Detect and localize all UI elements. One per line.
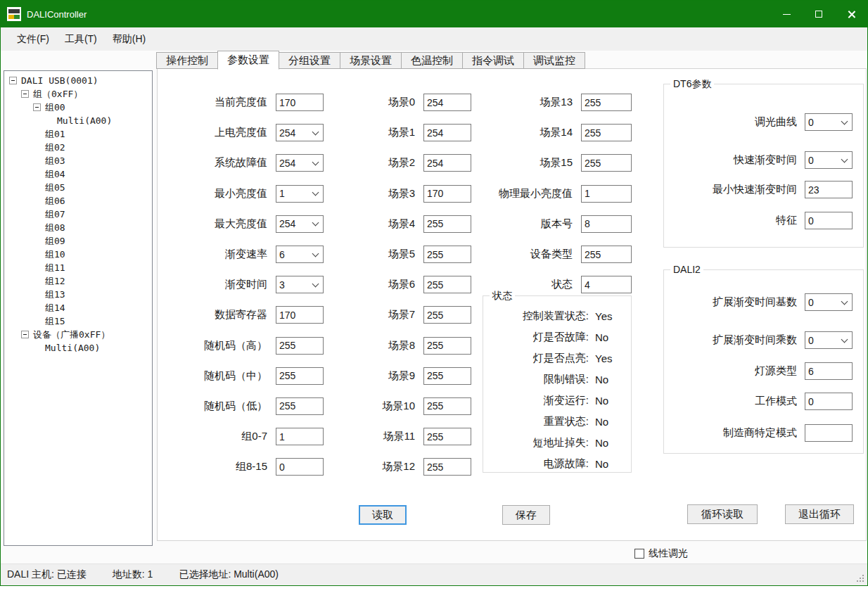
device-type-input[interactable] xyxy=(581,246,632,263)
param-label: 扩展渐变时间基数 xyxy=(713,295,797,309)
operating-mode-input[interactable] xyxy=(805,393,853,410)
group-8-15-input[interactable] xyxy=(276,458,324,476)
scene-input[interactable] xyxy=(581,154,632,172)
tree-item-group03[interactable]: 组03 xyxy=(4,154,152,167)
checkbox-icon[interactable] xyxy=(634,549,644,559)
save-button[interactable]: 保存 xyxy=(502,505,550,525)
tree-item-group06[interactable]: 组06 xyxy=(4,194,152,208)
exit-loop-button[interactable]: 退出循环 xyxy=(785,504,854,524)
dimming-curve-combo[interactable]: 0 xyxy=(805,113,853,131)
fade-rate-combo[interactable]: 6 xyxy=(276,246,324,263)
scene-input[interactable] xyxy=(423,94,471,111)
collapse-icon[interactable] xyxy=(9,77,17,84)
param-label: 调光曲线 xyxy=(755,115,797,129)
tree-item-group02[interactable]: 组02 xyxy=(4,141,152,154)
status-input[interactable] xyxy=(581,276,632,293)
tab-scene-settings[interactable]: 场景设置 xyxy=(340,52,402,69)
menu-help[interactable]: 帮助(H) xyxy=(105,29,153,50)
scene-input[interactable] xyxy=(423,367,471,385)
current-brightness-input[interactable] xyxy=(276,94,324,111)
scene-input[interactable] xyxy=(423,428,471,445)
param-column-1: 当前亮度值 上电亮度值254 系统故障值254 最小亮度值1 最大亮度值254 … xyxy=(165,87,324,482)
tree-item-group05[interactable]: 组05 xyxy=(4,181,152,194)
data-register-input[interactable] xyxy=(276,306,324,324)
tab-command-debug[interactable]: 指令调试 xyxy=(462,52,524,69)
tree-item-label: 组06 xyxy=(45,195,65,208)
collapse-icon[interactable] xyxy=(21,331,29,338)
tree-item-group04[interactable]: 组04 xyxy=(4,167,152,181)
param-label: 场景11 xyxy=(331,430,423,443)
tree-item-group15[interactable]: 组15 xyxy=(4,314,152,328)
read-button[interactable]: 读取 xyxy=(359,505,407,525)
maximize-button[interactable] xyxy=(803,1,835,27)
menu-tools[interactable]: 工具(T) xyxy=(57,29,105,50)
loop-read-button[interactable]: 循环读取 xyxy=(687,504,758,524)
scene-input[interactable] xyxy=(423,215,471,233)
tree-item-group07[interactable]: 组07 xyxy=(4,208,152,221)
tree-item-group14[interactable]: 组14 xyxy=(4,301,152,314)
close-button[interactable] xyxy=(835,1,867,27)
tab-color-temp-control[interactable]: 色温控制 xyxy=(401,52,463,69)
group-0-7-input[interactable] xyxy=(276,428,324,445)
scene-input[interactable] xyxy=(423,306,471,324)
tab-group-settings[interactable]: 分组设置 xyxy=(279,52,340,69)
tab-param-settings[interactable]: 参数设置 xyxy=(217,51,279,70)
tree-item-group13[interactable]: 组13 xyxy=(4,288,152,301)
power-on-level-combo[interactable]: 254 xyxy=(276,124,324,141)
scene-input[interactable] xyxy=(423,185,471,203)
tree-item-group10[interactable]: 组10 xyxy=(4,248,152,261)
minimize-button[interactable] xyxy=(770,1,803,27)
chevron-down-icon xyxy=(312,280,319,287)
tree-item-group09[interactable]: 组09 xyxy=(4,234,152,248)
tree-item-group11[interactable]: 组11 xyxy=(4,261,152,274)
tab-debug-monitor[interactable]: 调试监控 xyxy=(523,52,585,69)
ext-fade-base-combo[interactable]: 0 xyxy=(805,293,853,311)
scene-input[interactable] xyxy=(423,246,471,263)
random-mid-input[interactable] xyxy=(276,367,324,385)
scene-input[interactable] xyxy=(581,124,632,141)
tree-item-group08[interactable]: 组08 xyxy=(4,221,152,234)
tree-item-group01[interactable]: 组01 xyxy=(4,127,152,141)
tab-operate-control[interactable]: 操作控制 xyxy=(156,52,218,69)
scene-input[interactable] xyxy=(423,124,471,141)
scene-input[interactable] xyxy=(581,94,632,111)
chevron-down-icon xyxy=(312,219,319,227)
version-input[interactable] xyxy=(581,215,632,233)
linear-dimming-checkbox[interactable]: 线性调光 xyxy=(634,547,688,560)
tree-item-multi-a00[interactable]: Multi(A00) xyxy=(4,114,152,127)
tree-item-multi-a00-device[interactable]: Multi(A00) xyxy=(4,341,152,355)
tree-item-group00[interactable]: 组00 xyxy=(4,101,152,114)
param-label: 版本号 xyxy=(483,217,581,231)
scene-input[interactable] xyxy=(423,458,471,476)
collapse-icon[interactable] xyxy=(33,103,41,111)
tree-item-label: 组09 xyxy=(45,235,65,248)
max-level-combo[interactable]: 254 xyxy=(276,215,324,233)
collapse-icon[interactable] xyxy=(21,90,29,98)
scene-input[interactable] xyxy=(423,154,471,172)
menu-file[interactable]: 文件(F) xyxy=(9,29,57,50)
random-low-input[interactable] xyxy=(276,397,324,415)
tree-item-group-0xff[interactable]: 组（0xFF） xyxy=(4,87,152,101)
system-failure-level-combo[interactable]: 254 xyxy=(276,154,324,172)
scene-input[interactable] xyxy=(423,397,471,415)
param-label: 场景12 xyxy=(331,460,423,473)
tree-item-group12[interactable]: 组12 xyxy=(4,274,152,288)
tree-item-dali-usb[interactable]: DALI USB(0001) xyxy=(4,74,152,87)
manufacturer-mode-input[interactable] xyxy=(805,424,853,442)
random-high-input[interactable] xyxy=(276,337,324,355)
fast-fade-time-combo[interactable]: 0 xyxy=(805,151,853,169)
light-source-type-input[interactable] xyxy=(805,362,853,380)
min-fast-fade-time-input[interactable] xyxy=(805,181,853,198)
scene-input[interactable] xyxy=(423,337,471,355)
ext-fade-multiplier-combo[interactable]: 0 xyxy=(805,331,853,349)
tabstrip: 操作控制 参数设置 分组设置 场景设置 色温控制 指令调试 调试监控 xyxy=(157,52,585,70)
phys-min-level-input[interactable] xyxy=(581,185,632,203)
features-input[interactable] xyxy=(805,212,853,229)
fade-time-combo[interactable]: 3 xyxy=(276,276,324,293)
scene-input[interactable] xyxy=(423,276,471,293)
tree-item-device-broadcast[interactable]: 设备（广播0xFF） xyxy=(4,328,152,341)
status-label: 短地址掉失: xyxy=(483,436,589,450)
resize-grip[interactable] xyxy=(857,575,864,582)
param-label: 最小快速渐变时间 xyxy=(713,183,797,196)
min-level-combo[interactable]: 1 xyxy=(276,185,324,203)
